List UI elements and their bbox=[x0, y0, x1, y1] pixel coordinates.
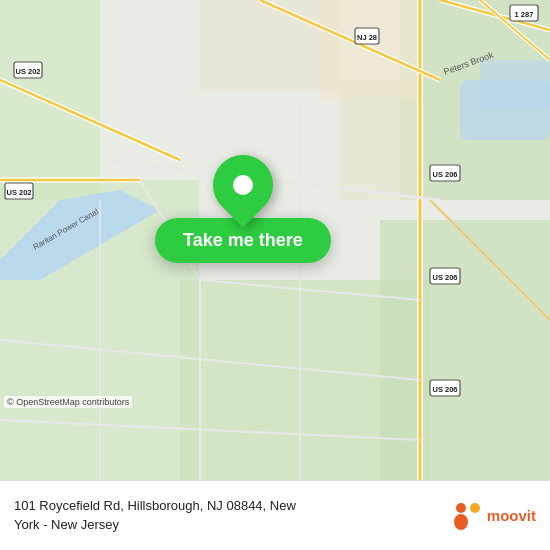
moovit-logo: moovit bbox=[447, 498, 536, 534]
svg-rect-8 bbox=[200, 0, 340, 90]
location-pin bbox=[200, 143, 285, 228]
svg-point-51 bbox=[454, 514, 468, 530]
svg-point-50 bbox=[456, 503, 466, 513]
svg-rect-3 bbox=[380, 220, 550, 480]
address-line2: York - New Jersey bbox=[14, 516, 447, 534]
address-section: 101 Roycefield Rd, Hillsborough, NJ 0884… bbox=[14, 497, 447, 533]
svg-point-52 bbox=[470, 503, 480, 513]
cta-container: Take me there bbox=[155, 155, 331, 263]
bottom-bar: 101 Roycefield Rd, Hillsborough, NJ 0884… bbox=[0, 480, 550, 550]
osm-attribution: © OpenStreetMap contributors bbox=[4, 396, 132, 408]
svg-rect-7 bbox=[340, 80, 420, 200]
svg-text:US 202: US 202 bbox=[6, 188, 31, 197]
address-line1: 101 Roycefield Rd, Hillsborough, NJ 0884… bbox=[14, 497, 447, 515]
svg-text:US 206: US 206 bbox=[432, 273, 457, 282]
svg-text:NJ 28: NJ 28 bbox=[357, 33, 377, 42]
svg-rect-11 bbox=[480, 60, 550, 110]
moovit-brand-text: moovit bbox=[487, 507, 536, 524]
map-container: Peters Brook Raritan Power Canal US 202 … bbox=[0, 0, 550, 480]
svg-text:US 206: US 206 bbox=[432, 170, 457, 179]
moovit-icon bbox=[447, 498, 483, 534]
svg-text:US 206: US 206 bbox=[432, 385, 457, 394]
svg-text:US 202: US 202 bbox=[15, 67, 40, 76]
svg-text:1 287: 1 287 bbox=[515, 10, 534, 19]
pin-inner bbox=[233, 175, 253, 195]
